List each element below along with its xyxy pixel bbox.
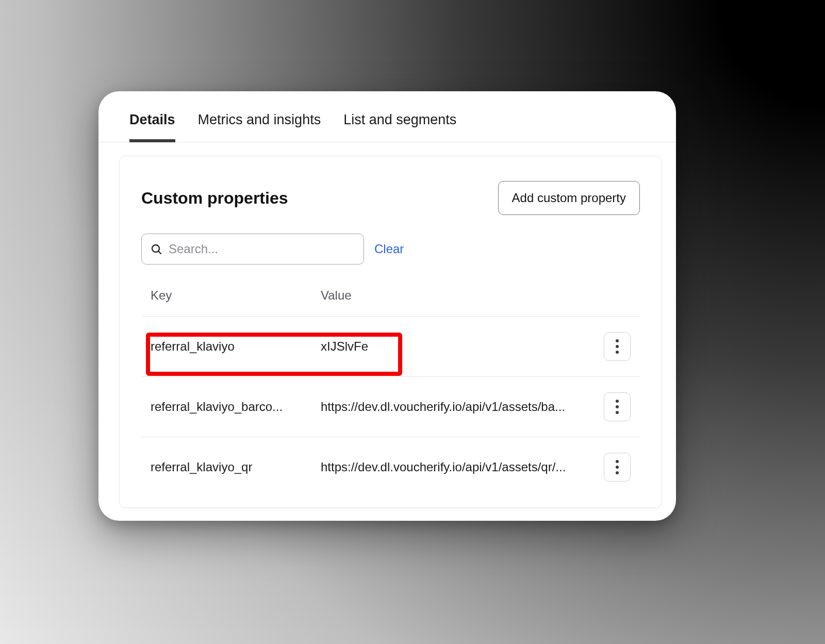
table-header: Key Value [141, 288, 640, 317]
search-icon [150, 243, 162, 255]
search-box[interactable] [141, 234, 364, 265]
property-value: https://dev.dl.voucherify.io/api/v1/asse… [321, 460, 595, 474]
custom-properties-panel: Custom properties Add custom property Cl… [119, 156, 662, 508]
search-row: Clear [141, 234, 640, 265]
svg-line-1 [158, 251, 161, 254]
column-header-value: Value [321, 288, 595, 303]
tab-metrics-and-insights[interactable]: Metrics and insights [198, 112, 321, 142]
row-actions-button[interactable] [604, 332, 631, 361]
table-row: referral_klaviyo_barco... https://dev.dl… [141, 377, 640, 437]
table-row: referral_klaviyo xIJSlvFe [141, 317, 640, 377]
row-actions-button[interactable] [604, 453, 631, 482]
property-key: referral_klaviyo_barco... [151, 400, 321, 414]
search-input[interactable] [169, 242, 355, 256]
row-actions-button[interactable] [604, 392, 631, 421]
add-custom-property-button[interactable]: Add custom property [498, 181, 640, 215]
panel-header: Custom properties Add custom property [141, 181, 640, 215]
panel-title: Custom properties [141, 189, 288, 208]
property-key: referral_klaviyo [151, 339, 321, 354]
property-value: https://dev.dl.voucherify.io/api/v1/asse… [321, 400, 595, 414]
app-window: Details Metrics and insights List and se… [98, 91, 676, 521]
tab-list-and-segments[interactable]: List and segments [343, 112, 456, 142]
table-row: referral_klaviyo_qr https://dev.dl.vouch… [141, 437, 640, 497]
column-header-key: Key [151, 288, 321, 303]
properties-table: Key Value referral_klaviyo xIJSlvFe refe… [141, 288, 640, 497]
property-value: xIJSlvFe [321, 339, 595, 354]
property-key: referral_klaviyo_qr [151, 460, 321, 474]
clear-search-link[interactable]: Clear [374, 242, 404, 256]
tabs-bar: Details Metrics and insights List and se… [98, 91, 676, 142]
tab-details[interactable]: Details [129, 112, 175, 142]
